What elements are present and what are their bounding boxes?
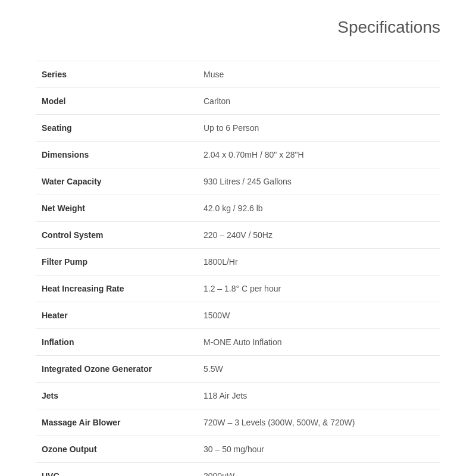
specs-table: SeriesMuseModelCarltonSeatingUp to 6 Per… (36, 61, 440, 476)
table-row: ModelCarlton (36, 88, 440, 115)
table-row: Integrated Ozone Generator5.5W (36, 356, 440, 383)
spec-value: 118 Air Jets (198, 383, 440, 409)
spec-value: 2.04 x 0.70mH / 80" x 28"H (198, 142, 440, 168)
spec-value: 42.0 kg / 92.6 lb (198, 195, 440, 222)
spec-label: Inflation (36, 329, 198, 356)
spec-label: Ozone Output (36, 436, 198, 463)
spec-value: Up to 6 Person (198, 115, 440, 142)
table-row: Heater1500W (36, 302, 440, 329)
page-container: Specifications SeriesMuseModelCarltonSea… (0, 0, 476, 476)
spec-label: Control System (36, 222, 198, 249)
table-row: UVC2000uW (36, 463, 440, 477)
spec-label: Integrated Ozone Generator (36, 356, 198, 383)
spec-value: 930 Litres / 245 Gallons (198, 168, 440, 195)
spec-value: 220 – 240V / 50Hz (198, 222, 440, 249)
spec-value: Carlton (198, 88, 440, 115)
spec-value: 5.5W (198, 356, 440, 383)
spec-value: Muse (198, 61, 440, 88)
spec-label: Massage Air Blower (36, 409, 198, 436)
table-row: Water Capacity930 Litres / 245 Gallons (36, 168, 440, 195)
table-row: Control System220 – 240V / 50Hz (36, 222, 440, 249)
spec-label: Dimensions (36, 142, 198, 168)
spec-label: Net Weight (36, 195, 198, 222)
spec-label: Model (36, 88, 198, 115)
spec-label: Series (36, 61, 198, 88)
page-title: Specifications (36, 18, 440, 43)
table-row: Dimensions2.04 x 0.70mH / 80" x 28"H (36, 142, 440, 168)
table-row: Net Weight42.0 kg / 92.6 lb (36, 195, 440, 222)
spec-value: 30 – 50 mg/hour (198, 436, 440, 463)
spec-label: Water Capacity (36, 168, 198, 195)
spec-label: Heat Increasing Rate (36, 275, 198, 302)
table-row: Massage Air Blower720W – 3 Levels (300W,… (36, 409, 440, 436)
table-row: Filter Pump1800L/Hr (36, 249, 440, 275)
spec-value: 1.2 – 1.8° C per hour (198, 275, 440, 302)
table-row: SeatingUp to 6 Person (36, 115, 440, 142)
spec-value: 1800L/Hr (198, 249, 440, 275)
table-row: Heat Increasing Rate1.2 – 1.8° C per hou… (36, 275, 440, 302)
spec-label: Heater (36, 302, 198, 329)
table-row: Jets118 Air Jets (36, 383, 440, 409)
spec-label: UVC (36, 463, 198, 477)
spec-label: Jets (36, 383, 198, 409)
spec-value: 720W – 3 Levels (300W, 500W, & 720W) (198, 409, 440, 436)
spec-value: 1500W (198, 302, 440, 329)
table-row: SeriesMuse (36, 61, 440, 88)
table-row: Ozone Output30 – 50 mg/hour (36, 436, 440, 463)
table-row: InflationM-ONE Auto Inflation (36, 329, 440, 356)
spec-label: Filter Pump (36, 249, 198, 275)
spec-value: 2000uW (198, 463, 440, 477)
spec-label: Seating (36, 115, 198, 142)
spec-value: M-ONE Auto Inflation (198, 329, 440, 356)
